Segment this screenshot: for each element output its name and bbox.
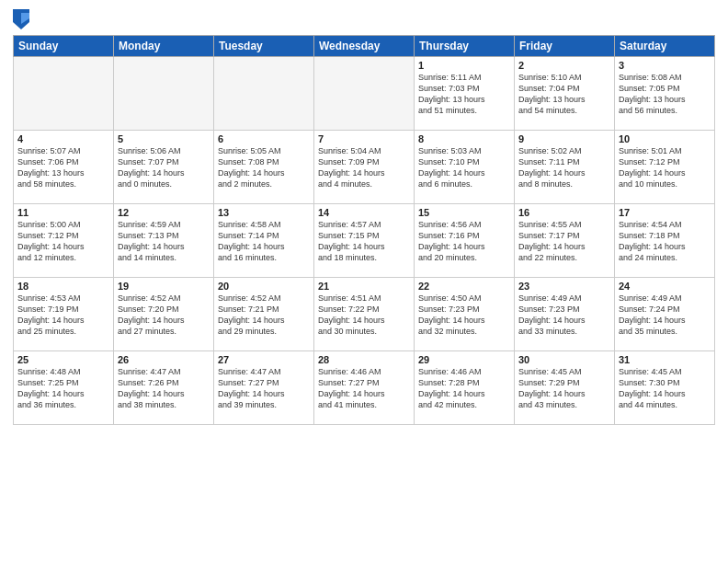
day-number: 13 bbox=[218, 207, 310, 218]
calendar-cell bbox=[314, 57, 415, 131]
calendar-cell: 28Sunrise: 4:46 AM Sunset: 7:27 PM Dayli… bbox=[314, 351, 415, 425]
calendar-cell: 19Sunrise: 4:52 AM Sunset: 7:20 PM Dayli… bbox=[114, 278, 214, 351]
calendar-cell: 30Sunrise: 4:45 AM Sunset: 7:29 PM Dayli… bbox=[515, 351, 615, 425]
calendar-cell: 8Sunrise: 5:03 AM Sunset: 7:10 PM Daylig… bbox=[415, 131, 515, 204]
day-info: Sunrise: 4:46 AM Sunset: 7:27 PM Dayligh… bbox=[318, 366, 410, 411]
weekday-header: Thursday bbox=[415, 36, 515, 57]
day-info: Sunrise: 5:11 AM Sunset: 7:03 PM Dayligh… bbox=[418, 72, 510, 117]
day-number: 22 bbox=[418, 281, 510, 292]
calendar-cell: 12Sunrise: 4:59 AM Sunset: 7:13 PM Dayli… bbox=[114, 204, 214, 278]
day-number: 18 bbox=[17, 281, 109, 292]
day-number: 25 bbox=[17, 354, 109, 365]
day-info: Sunrise: 4:55 AM Sunset: 7:17 PM Dayligh… bbox=[518, 219, 610, 264]
day-info: Sunrise: 4:52 AM Sunset: 7:21 PM Dayligh… bbox=[218, 293, 310, 338]
header bbox=[13, 9, 715, 29]
day-number: 17 bbox=[619, 207, 711, 218]
calendar-week-row: 1Sunrise: 5:11 AM Sunset: 7:03 PM Daylig… bbox=[14, 57, 715, 131]
calendar-cell: 4Sunrise: 5:07 AM Sunset: 7:06 PM Daylig… bbox=[14, 131, 114, 204]
day-info: Sunrise: 4:59 AM Sunset: 7:13 PM Dayligh… bbox=[118, 219, 210, 264]
day-number: 30 bbox=[518, 354, 610, 365]
calendar-cell: 14Sunrise: 4:57 AM Sunset: 7:15 PM Dayli… bbox=[314, 204, 415, 278]
day-info: Sunrise: 4:57 AM Sunset: 7:15 PM Dayligh… bbox=[318, 219, 410, 264]
day-info: Sunrise: 4:51 AM Sunset: 7:22 PM Dayligh… bbox=[318, 293, 410, 338]
day-number: 28 bbox=[318, 354, 410, 365]
day-number: 27 bbox=[218, 354, 310, 365]
calendar-cell: 2Sunrise: 5:10 AM Sunset: 7:04 PM Daylig… bbox=[515, 57, 615, 131]
day-info: Sunrise: 4:47 AM Sunset: 7:26 PM Dayligh… bbox=[118, 366, 210, 411]
day-info: Sunrise: 5:04 AM Sunset: 7:09 PM Dayligh… bbox=[318, 145, 410, 190]
calendar-cell: 22Sunrise: 4:50 AM Sunset: 7:23 PM Dayli… bbox=[415, 278, 515, 351]
day-number: 24 bbox=[619, 281, 711, 292]
day-info: Sunrise: 4:50 AM Sunset: 7:23 PM Dayligh… bbox=[418, 293, 510, 338]
day-number: 20 bbox=[218, 281, 310, 292]
day-number: 29 bbox=[418, 354, 510, 365]
calendar-week-row: 4Sunrise: 5:07 AM Sunset: 7:06 PM Daylig… bbox=[14, 131, 715, 204]
day-number: 19 bbox=[118, 281, 210, 292]
day-info: Sunrise: 4:56 AM Sunset: 7:16 PM Dayligh… bbox=[418, 219, 510, 264]
calendar-cell: 11Sunrise: 5:00 AM Sunset: 7:12 PM Dayli… bbox=[14, 204, 114, 278]
day-info: Sunrise: 4:45 AM Sunset: 7:29 PM Dayligh… bbox=[518, 366, 610, 411]
day-number: 26 bbox=[118, 354, 210, 365]
calendar-cell: 20Sunrise: 4:52 AM Sunset: 7:21 PM Dayli… bbox=[214, 278, 314, 351]
calendar-cell: 16Sunrise: 4:55 AM Sunset: 7:17 PM Dayli… bbox=[515, 204, 615, 278]
day-number: 1 bbox=[418, 60, 510, 71]
calendar-cell: 3Sunrise: 5:08 AM Sunset: 7:05 PM Daylig… bbox=[615, 57, 715, 131]
day-number: 21 bbox=[318, 281, 410, 292]
calendar-cell: 26Sunrise: 4:47 AM Sunset: 7:26 PM Dayli… bbox=[114, 351, 214, 425]
calendar-cell: 29Sunrise: 4:46 AM Sunset: 7:28 PM Dayli… bbox=[415, 351, 515, 425]
day-info: Sunrise: 5:06 AM Sunset: 7:07 PM Dayligh… bbox=[118, 145, 210, 190]
calendar-cell: 17Sunrise: 4:54 AM Sunset: 7:18 PM Dayli… bbox=[615, 204, 715, 278]
day-number: 2 bbox=[518, 60, 610, 71]
day-info: Sunrise: 5:00 AM Sunset: 7:12 PM Dayligh… bbox=[17, 219, 109, 264]
day-number: 11 bbox=[17, 207, 109, 218]
calendar-cell bbox=[14, 57, 114, 131]
day-number: 31 bbox=[619, 354, 711, 365]
day-number: 7 bbox=[318, 133, 410, 144]
day-number: 23 bbox=[518, 281, 610, 292]
calendar-cell: 13Sunrise: 4:58 AM Sunset: 7:14 PM Dayli… bbox=[214, 204, 314, 278]
calendar-cell bbox=[114, 57, 214, 131]
day-number: 3 bbox=[619, 60, 711, 71]
day-info: Sunrise: 4:53 AM Sunset: 7:19 PM Dayligh… bbox=[17, 293, 109, 338]
day-info: Sunrise: 5:07 AM Sunset: 7:06 PM Dayligh… bbox=[17, 145, 109, 190]
day-number: 6 bbox=[218, 133, 310, 144]
day-info: Sunrise: 4:47 AM Sunset: 7:27 PM Dayligh… bbox=[218, 366, 310, 411]
day-number: 14 bbox=[318, 207, 410, 218]
calendar-week-row: 25Sunrise: 4:48 AM Sunset: 7:25 PM Dayli… bbox=[14, 351, 715, 425]
calendar-cell: 10Sunrise: 5:01 AM Sunset: 7:12 PM Dayli… bbox=[615, 131, 715, 204]
day-info: Sunrise: 5:08 AM Sunset: 7:05 PM Dayligh… bbox=[619, 72, 711, 117]
day-info: Sunrise: 4:58 AM Sunset: 7:14 PM Dayligh… bbox=[218, 219, 310, 264]
calendar-cell: 7Sunrise: 5:04 AM Sunset: 7:09 PM Daylig… bbox=[314, 131, 415, 204]
calendar-cell: 18Sunrise: 4:53 AM Sunset: 7:19 PM Dayli… bbox=[14, 278, 114, 351]
calendar-week-row: 11Sunrise: 5:00 AM Sunset: 7:12 PM Dayli… bbox=[14, 204, 715, 278]
calendar-cell: 6Sunrise: 5:05 AM Sunset: 7:08 PM Daylig… bbox=[214, 131, 314, 204]
weekday-header: Tuesday bbox=[214, 36, 314, 57]
calendar-cell: 15Sunrise: 4:56 AM Sunset: 7:16 PM Dayli… bbox=[415, 204, 515, 278]
day-info: Sunrise: 4:48 AM Sunset: 7:25 PM Dayligh… bbox=[17, 366, 109, 411]
calendar-cell: 1Sunrise: 5:11 AM Sunset: 7:03 PM Daylig… bbox=[415, 57, 515, 131]
logo-icon bbox=[13, 9, 29, 29]
day-info: Sunrise: 4:52 AM Sunset: 7:20 PM Dayligh… bbox=[118, 293, 210, 338]
calendar-cell: 27Sunrise: 4:47 AM Sunset: 7:27 PM Dayli… bbox=[214, 351, 314, 425]
weekday-header: Sunday bbox=[14, 36, 114, 57]
weekday-header-row: SundayMondayTuesdayWednesdayThursdayFrid… bbox=[14, 36, 715, 57]
calendar-cell: 25Sunrise: 4:48 AM Sunset: 7:25 PM Dayli… bbox=[14, 351, 114, 425]
calendar-cell: 21Sunrise: 4:51 AM Sunset: 7:22 PM Dayli… bbox=[314, 278, 415, 351]
day-number: 5 bbox=[118, 133, 210, 144]
day-info: Sunrise: 5:05 AM Sunset: 7:08 PM Dayligh… bbox=[218, 145, 310, 190]
day-number: 16 bbox=[518, 207, 610, 218]
calendar-cell bbox=[214, 57, 314, 131]
page: SundayMondayTuesdayWednesdayThursdayFrid… bbox=[0, 0, 728, 563]
calendar-cell: 9Sunrise: 5:02 AM Sunset: 7:11 PM Daylig… bbox=[515, 131, 615, 204]
day-number: 8 bbox=[418, 133, 510, 144]
calendar-table: SundayMondayTuesdayWednesdayThursdayFrid… bbox=[13, 35, 715, 425]
weekday-header: Saturday bbox=[615, 36, 715, 57]
day-info: Sunrise: 5:01 AM Sunset: 7:12 PM Dayligh… bbox=[619, 145, 711, 190]
day-number: 15 bbox=[418, 207, 510, 218]
calendar-week-row: 18Sunrise: 4:53 AM Sunset: 7:19 PM Dayli… bbox=[14, 278, 715, 351]
day-info: Sunrise: 5:10 AM Sunset: 7:04 PM Dayligh… bbox=[518, 72, 610, 117]
day-info: Sunrise: 5:03 AM Sunset: 7:10 PM Dayligh… bbox=[418, 145, 510, 190]
day-info: Sunrise: 4:46 AM Sunset: 7:28 PM Dayligh… bbox=[418, 366, 510, 411]
calendar-cell: 31Sunrise: 4:45 AM Sunset: 7:30 PM Dayli… bbox=[615, 351, 715, 425]
day-number: 9 bbox=[518, 133, 610, 144]
